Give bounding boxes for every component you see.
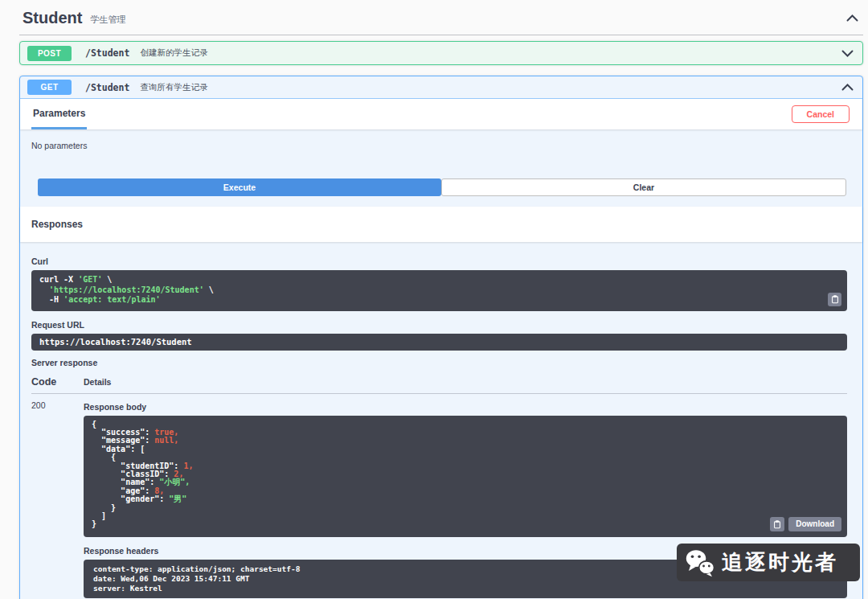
execute-button[interactable]: Execute	[38, 178, 441, 196]
response-body-label: Response body	[84, 402, 847, 412]
tag-section-header: Student 学生管理	[19, 0, 863, 35]
status-code: 200	[31, 400, 84, 598]
response-body-block: { "success": true, "message": null, "dat…	[84, 416, 847, 537]
post-summary-row[interactable]: POST /Student 创建新的学生记录	[20, 42, 862, 64]
no-parameters-text: No parameters	[31, 141, 87, 150]
code-column-header: Code	[31, 376, 84, 388]
swagger-page: Student 学生管理 POST /Student 创建新的学生记录 GET …	[0, 0, 868, 599]
cancel-button[interactable]: Cancel	[792, 105, 850, 123]
wechat-icon	[685, 548, 715, 577]
details-column-header: Details	[84, 377, 111, 387]
download-button[interactable]: Download	[788, 517, 841, 531]
post-endpoint-path: /Student	[85, 47, 129, 59]
parameters-section-header: Parameters Cancel	[20, 99, 862, 129]
post-method-badge: POST	[27, 46, 72, 61]
expand-post-button[interactable]	[840, 48, 855, 59]
curl-command-block: curl -X 'GET' \ 'https://localhost:7240/…	[31, 270, 847, 311]
responses-header-label: Responses	[31, 219, 83, 230]
collapse-get-button[interactable]	[840, 82, 855, 92]
tag-subtitle: 学生管理	[90, 10, 125, 26]
response-body-controls: Download	[770, 517, 841, 531]
get-method-badge: GET	[27, 80, 72, 95]
clipboard-icon	[773, 519, 781, 529]
get-endpoint-summary: 查询所有学生记录	[140, 82, 207, 93]
opblock-post-student: POST /Student 创建新的学生记录	[19, 41, 863, 65]
get-summary-row[interactable]: GET /Student 查询所有学生记录	[20, 76, 862, 99]
tag-title: Student	[23, 9, 82, 27]
curl-command-text: curl -X 'GET' \ 'https://localhost:7240/…	[39, 275, 820, 306]
request-url-block: https://localhost:7240/Student	[31, 334, 847, 351]
parameters-tab[interactable]: Parameters	[31, 99, 87, 129]
watermark-text: 追逐时光者	[722, 548, 838, 576]
get-endpoint-path: /Student	[85, 82, 129, 93]
request-url-label: Request URL	[31, 320, 847, 330]
curl-label: Curl	[31, 256, 847, 266]
clear-button[interactable]: Clear	[441, 178, 846, 196]
server-response-label: Server response	[31, 358, 847, 367]
post-endpoint-summary: 创建新的学生记录	[140, 47, 207, 59]
response-table-header: Code Details	[31, 371, 847, 394]
clipboard-icon	[831, 294, 839, 304]
parameters-body: No parameters	[20, 129, 862, 175]
copy-response-button[interactable]	[770, 517, 784, 531]
chevron-down-icon	[841, 50, 854, 57]
execute-wrapper: Execute Clear	[20, 175, 862, 207]
response-body-json: { "success": true, "message": null, "dat…	[92, 421, 839, 529]
responses-section-header: Responses	[20, 207, 862, 242]
opblock-get-student: GET /Student 查询所有学生记录 Parameters Cancel …	[19, 76, 863, 599]
copy-curl-button[interactable]	[828, 293, 841, 306]
chevron-up-icon	[841, 84, 854, 91]
watermark: 追逐时光者	[677, 544, 860, 581]
chevron-up-icon	[846, 14, 858, 22]
collapse-section-button[interactable]	[845, 13, 860, 23]
request-url-value: https://localhost:7240/Student	[39, 337, 192, 347]
